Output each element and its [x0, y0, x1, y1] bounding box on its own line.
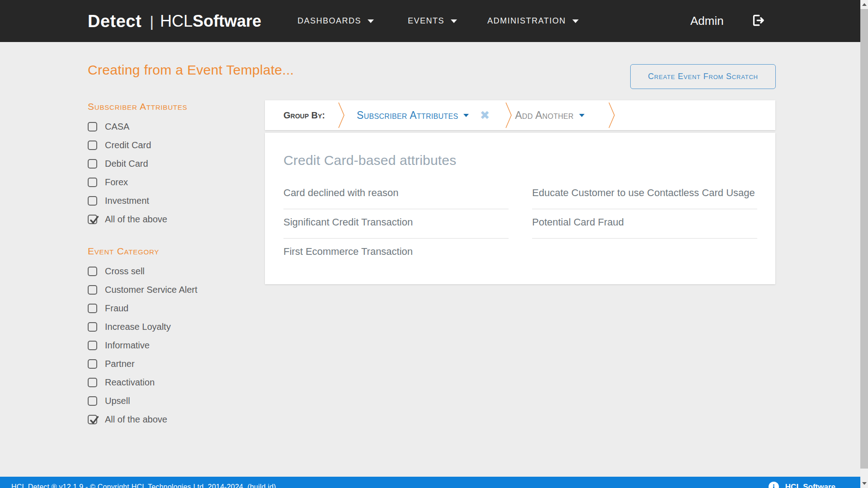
checkbox-label: Upsell [105, 396, 130, 406]
checkbox-label: Increase Loyalty [105, 322, 171, 332]
checkbox-label: All of the above [105, 414, 167, 425]
checkbox-label: Reactivation [105, 377, 155, 388]
checkbox[interactable] [88, 141, 97, 150]
scrollbar-thumb[interactable] [860, 9, 868, 469]
checkbox[interactable] [88, 215, 97, 224]
checkbox[interactable] [88, 285, 97, 295]
group-by-toolbar: Group By: Subscriber Attributes ✖ Add An… [265, 100, 775, 130]
checkbox-option[interactable]: Increase Loyalty [88, 318, 250, 336]
checkbox-option[interactable]: Credit Card [88, 136, 250, 155]
checkbox-label: Partner [105, 359, 135, 369]
checkbox[interactable] [88, 267, 97, 276]
checkbox-label: All of the above [105, 214, 167, 225]
filter-group: Event Category Cross sell Customer Servi… [88, 246, 250, 429]
checkbox[interactable] [88, 304, 97, 313]
chevron-down-icon [368, 19, 374, 23]
checkbox-option[interactable]: Cross sell [88, 262, 250, 281]
check-icon [88, 414, 100, 426]
checkbox-option[interactable]: Partner [88, 355, 250, 373]
navbar: Detect | HCLSoftware DASHBOARDS EVENTS A… [0, 0, 868, 42]
checkbox-label: Informative [105, 340, 150, 351]
vertical-scrollbar[interactable] [860, 0, 868, 488]
attributes-grid: Card declined with reason Significant Cr… [283, 180, 757, 267]
logout-button[interactable] [751, 0, 765, 42]
nav-menu-events[interactable]: EVENTS [408, 0, 457, 42]
attributes-panel: Credit Card-based attributes Card declin… [265, 133, 775, 284]
info-icon[interactable] [769, 482, 779, 488]
checkbox-label: Fraud [105, 303, 128, 314]
checkbox[interactable] [88, 396, 97, 406]
filter-group: Subscriber Attributes CASA Credit Card D… [88, 101, 250, 229]
checkbox-option[interactable]: All of the above [88, 410, 250, 429]
chevron-down-icon [572, 19, 579, 23]
attribute-template-item[interactable]: First Ecommerce Transaction [283, 239, 509, 267]
checkbox-label: CASA [105, 122, 129, 132]
attribute-template-item[interactable]: Significant Credit Transaction [283, 209, 509, 239]
checkbox[interactable] [88, 159, 97, 169]
add-another-dropdown[interactable]: Add Another [515, 109, 585, 122]
nav-menu-dashboards[interactable]: DASHBOARDS [297, 0, 374, 42]
checkbox[interactable] [88, 122, 97, 131]
filter-group-heading: Event Category [88, 246, 250, 257]
checkbox-option[interactable]: CASA [88, 117, 250, 136]
checkbox-label: Credit Card [105, 140, 151, 150]
chevron-down-icon [463, 114, 469, 117]
add-another-label: Add Another [515, 109, 574, 122]
checkbox-label: Customer Service Alert [105, 285, 198, 295]
chevron-separator-icon [608, 102, 615, 128]
checkbox[interactable] [88, 341, 97, 350]
checkbox-option[interactable]: Reactivation [88, 373, 250, 392]
chevron-down-icon [579, 114, 585, 117]
logo-separator: | [150, 12, 154, 30]
logo-detect-text: Detect [88, 11, 142, 31]
copyright-text: HCL Detect ® v12.1.9 - © Copyright HCL T… [11, 483, 276, 488]
create-event-from-scratch-button[interactable]: Create Event From Scratch [630, 64, 776, 89]
app-logo[interactable]: Detect | HCLSoftware [88, 11, 261, 31]
scroll-up-button[interactable] [860, 0, 868, 9]
nav-menu-administration[interactable]: ADMINISTRATION [487, 0, 579, 42]
chevron-down-icon [451, 19, 457, 23]
logout-icon [751, 14, 765, 28]
scroll-down-button[interactable] [860, 479, 868, 488]
filter-group-heading: Subscriber Attributes [88, 101, 250, 112]
checkbox-label: Debit Card [105, 159, 148, 169]
checkbox-option[interactable]: Informative [88, 336, 250, 355]
logo-software-text: Software [193, 12, 261, 31]
attribute-template-item[interactable]: Potential Card Fraud [532, 209, 757, 239]
page-title: Creating from a Event Template... [88, 62, 294, 78]
checkbox[interactable] [88, 378, 97, 387]
checkbox-label: Investment [105, 196, 149, 206]
group-by-selected-label: Subscriber Attributes [357, 109, 458, 122]
checkbox-option[interactable]: All of the above [88, 210, 250, 229]
scroll-up-icon [862, 3, 867, 6]
logo-hcl-text: HCL [160, 12, 193, 31]
checkbox-option[interactable]: Fraud [88, 299, 250, 318]
checkbox-option[interactable]: Investment [88, 192, 250, 210]
check-icon [88, 214, 100, 226]
footer: HCL Detect ® v12.1.9 - © Copyright HCL T… [0, 477, 860, 488]
checkbox[interactable] [88, 415, 97, 424]
attribute-template-item[interactable]: Educate Customer to use Contactless Card… [532, 180, 757, 209]
checkbox-option[interactable]: Debit Card [88, 155, 250, 173]
remove-group-button[interactable]: ✖ [480, 109, 490, 121]
user-menu[interactable]: Admin [690, 0, 724, 42]
checkbox[interactable] [88, 196, 97, 206]
checkbox[interactable] [88, 322, 97, 332]
checkbox-label: Cross sell [105, 266, 145, 277]
chevron-separator-icon [505, 102, 512, 128]
checkbox-option[interactable]: Forex [88, 173, 250, 192]
attributes-column: Educate Customer to use Contactless Card… [532, 180, 757, 267]
checkbox-option[interactable]: Customer Service Alert [88, 281, 250, 299]
checkbox-option[interactable]: Upsell [88, 392, 250, 410]
checkbox[interactable] [88, 178, 97, 187]
footer-brand-label: HCL Software [785, 483, 835, 488]
attribute-template-item[interactable]: Card declined with reason [283, 180, 509, 209]
group-by-label: Group By: [283, 110, 325, 121]
group-by-selected-dropdown[interactable]: Subscriber Attributes [357, 109, 469, 122]
footer-brand: HCL Software [769, 482, 835, 488]
chevron-separator-icon [338, 102, 345, 128]
checkbox-label: Forex [105, 177, 128, 188]
attributes-column: Card declined with reason Significant Cr… [283, 180, 509, 267]
attributes-heading: Credit Card-based attributes [283, 153, 757, 168]
checkbox[interactable] [88, 359, 97, 369]
